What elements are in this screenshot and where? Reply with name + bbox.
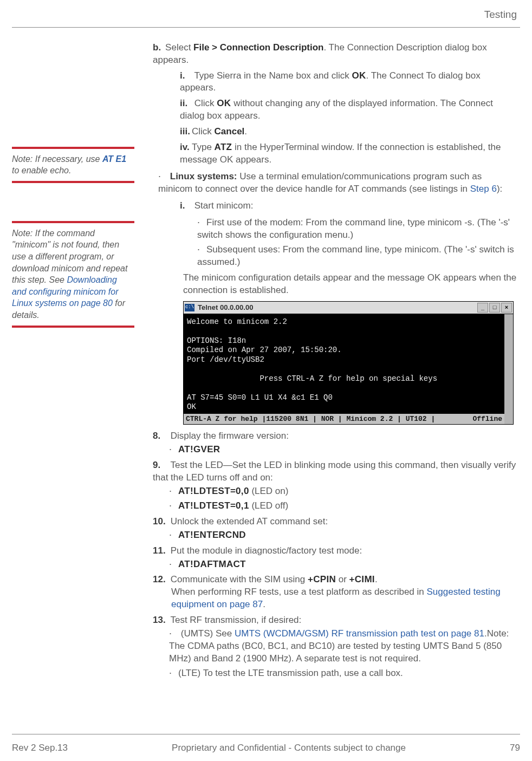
step-12-line2: When performing RF tests, use a test pla… [171,586,517,611]
page-footer: Rev 2 Sep.13 Proprietary and Confidentia… [12,734,520,755]
step-b-marker: b. [153,42,161,53]
step-13-t: Test RF transmission, if desired: [170,615,301,625]
step-9-cmd1: AT!LDTEST=0,0 (LED on) [169,484,517,498]
step-10: 10. Unlock the extended AT command set: … [153,516,517,542]
step-9-mark: 9. [153,459,168,472]
step-13: 13. Test RF transmission, if desired: (U… [153,614,517,680]
step-9-t: Test the LED—Set the LED in blinking mod… [153,460,516,483]
step-b-ui: File > Connection Description [193,42,323,53]
step-13-lte: (LTE) To test the LTE transmission path,… [169,666,517,680]
linux-intro: Linux systems: Use a terminal emulation/… [158,170,517,196]
roman-i-t: Type Sierra in the Name box and click [194,70,352,81]
footer-center: Proprietary and Confidential - Contents … [172,742,406,755]
step-12-c2: +CIMI [349,574,375,584]
sidebar-notes: Note: If necessary, use AT E1 to enable … [12,42,134,683]
linux-intro-bold: Linux systems: [170,171,237,181]
roman-iv: iv.Type ATZ in the HyperTerminal window.… [180,141,517,166]
terminal-title: Telnet 00.0.00.00 [198,303,253,313]
step-9-cmd1-t: AT!LDTEST=0,0 [178,486,249,496]
step-12-t2: . [375,574,378,584]
step-10-mark: 10. [153,516,168,528]
linux-intro-t2: ): [497,184,502,194]
step-8-cmd: AT!GVER [169,443,517,456]
linux-first-t: First use of the modem: From the command… [197,217,510,240]
roman-iv-t: Type [192,142,215,152]
main-content: b.Select File > Connection Description. … [148,42,520,683]
roman-i-ui: OK [352,70,366,81]
step-11-mark: 11. [153,545,168,557]
step-9-cmd2-t: AT!LDTEST=0,1 [178,500,249,511]
linux-sublist: First use of the modem: From the command… [197,216,517,269]
sidenote-echo-prefix: Note: If necessary, use [12,154,102,164]
roman-iii-ui: Cancel [215,126,245,136]
roman-iii: iii.Click Cancel. [180,126,517,138]
sidenote-echo-cmd: AT E1 [102,154,126,164]
roman-iii-t2: . [244,126,247,136]
step-b-t1: Select [165,42,193,53]
linux-after: The minicom configuration details appear… [183,272,517,297]
roman-ii-mark: ii. [180,97,192,110]
step-8: 8. Display the firmware version: AT!GVER [153,430,517,456]
roman-iii-mark: iii. [180,126,192,138]
roman-iv-mark: iv. [180,141,192,154]
step-11: 11. Put the module in diagnostic/factory… [153,545,517,571]
linux-sub-t: Subsequent uses: From the command line, … [197,244,514,267]
linux-first: First use of the modem: From the command… [197,216,517,242]
step-9-cmd2-s: (LED off) [249,500,288,511]
linux-i: i. Start minicom: [180,200,517,212]
step-8-t: Display the firmware version: [171,431,289,441]
minimize-button[interactable]: _ [477,303,488,313]
step-b: b.Select File > Connection Description. … [153,42,517,67]
linux-i-t: Start minicom: [194,200,254,211]
step-12-t4: . [263,599,265,609]
step-12: 12. Communicate with the SIM using +CPIN… [153,574,517,611]
sidenote-minicom: Note: If the command "minicom" is not fo… [12,221,134,328]
numbered-steps: 8. Display the firmware version: AT!GVER… [148,430,517,680]
step-9: 9. Test the LED—Set the LED in blinking … [153,459,517,512]
step-11-t: Put the module in diagnostic/factory tes… [171,545,362,556]
step-13-umtslink[interactable]: UMTS (WCDMA/GSM) RF transmission path te… [235,628,484,639]
terminal-scrollbar[interactable] [504,314,513,425]
roman-ii-ui: OK [217,98,231,108]
terminal-statusbar: CTRL-A Z for help |115200 8N1 | NOR | Mi… [184,413,504,425]
step-9-cmd2: AT!LDTEST=0,1 (LED off) [169,499,517,512]
step-13-umts: (UMTS) See UMTS (WCDMA/GSM) RF transmiss… [169,627,517,665]
header-rule [12,27,520,28]
step-12-mark: 12. [153,574,168,586]
step-13-mark: 13. [153,614,168,627]
linux-i-mark: i. [180,200,192,212]
step-13-umts1: (UMTS) See [181,628,235,639]
roman-i: i. Type Sierra in the Name box and click… [180,70,517,95]
roman-iii-t: Click [192,126,215,136]
step-10-cmd: AT!ENTERCND [169,528,517,542]
terminal-status-left: CTRL-A Z for help |115200 8N1 | NOR | Mi… [186,414,435,424]
terminal-titlebar: c:\ Telnet 00.0.00.00 _ □ × [184,302,513,314]
step-12-mid: or [336,574,349,584]
step-8-mark: 8. [153,430,168,443]
step-11-cmd: AT!DAFTMACT [169,557,517,571]
linux-intro-item: Linux systems: Use a terminal emulation/… [158,170,517,196]
terminal-window: c:\ Telnet 00.0.00.00 _ □ × Welcome to m… [183,301,514,425]
sidenote-echo-suffix: to enable echo. [12,166,71,175]
step-9-cmd1-s: (LED on) [249,486,289,496]
step-12-c1: +CPIN [308,574,336,584]
close-button[interactable]: × [501,303,512,313]
step-12-t1: Communicate with the SIM using [171,574,308,584]
footer-page-number: 79 [510,742,520,755]
roman-ii-t: Click [194,98,217,108]
terminal-icon: c:\ [185,304,194,311]
step-13-lte-t: (LTE) To test the LTE transmission path,… [178,668,403,678]
roman-ii: ii. Click OK without changing any of the… [180,97,517,122]
roman-list: i. Type Sierra in the Name box and click… [180,70,517,167]
linux-sub: Subsequent uses: From the command line, … [197,243,517,269]
page-header-section: Testing [12,8,517,22]
roman-i-mark: i. [180,70,192,82]
step-12-t3: When performing RF tests, use a test pla… [171,587,426,597]
terminal-body: Welcome to minicom 2.2 OPTIONS: I18n Com… [184,314,504,413]
linux-intro-link[interactable]: Step 6 [470,184,497,194]
terminal-status-right: Offline [472,414,502,424]
footer-left: Rev 2 Sep.13 [12,742,68,755]
sidenote-echo: Note: If necessary, use AT E1 to enable … [12,147,134,183]
roman-iv-ui: ATZ [215,142,232,152]
maximize-button[interactable]: □ [489,303,500,313]
